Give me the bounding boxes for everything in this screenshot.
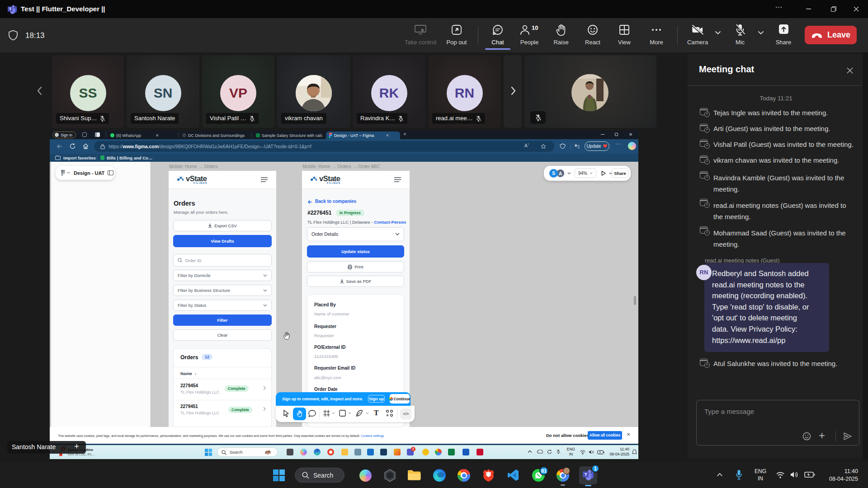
svg-text:T: T <box>9 7 12 11</box>
svg-text:T: T <box>585 472 587 477</box>
svg-text:10: 10 <box>532 24 538 31</box>
